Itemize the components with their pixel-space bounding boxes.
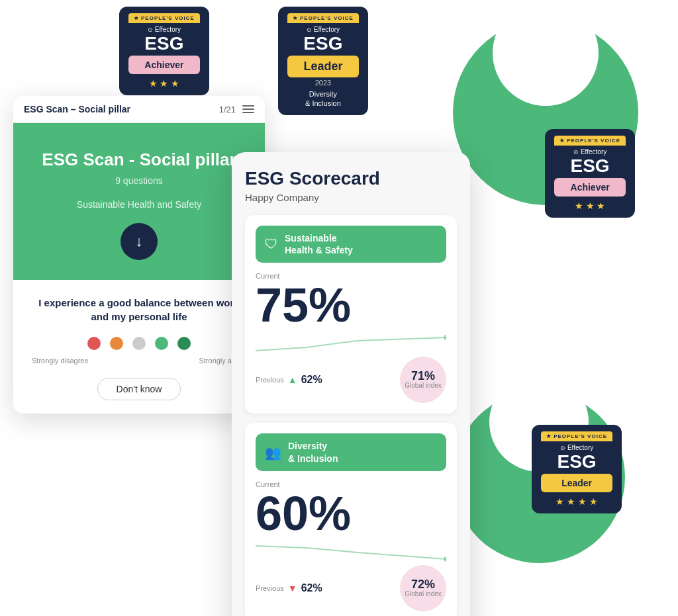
score-section-diversity: 👥 Diversity & Inclusion Current 60% Prev… [245, 423, 457, 616]
badge-achiever-circle-top: ★ PEOPLE'S VOICE ⊙ Effectory ESG Achieve… [545, 129, 635, 218]
esg-label-4: ESG [541, 453, 612, 471]
survey-questions: 9 questions [33, 175, 245, 186]
badge-type-3: Achiever [554, 178, 626, 197]
svg-point-1 [444, 556, 446, 562]
likert-scale [29, 337, 249, 350]
esg-label-2: ESG [287, 34, 359, 53]
global-value-diversity: 72% [411, 578, 435, 590]
badge-type-2: Leader [287, 56, 359, 77]
circle-year-top: 2023 [453, 33, 638, 61]
survey-progress: 1/21 [219, 105, 236, 114]
effectory-logo-2: ⊙ Effectory [287, 26, 359, 33]
global-index-health: 71% Global index [400, 357, 446, 403]
trend-arrow-up-health: ▲ [288, 374, 297, 385]
esg-label-3: ESG [554, 157, 626, 175]
survey-down-button[interactable]: ↓ [121, 223, 158, 260]
survey-question: I experience a good balance between work… [29, 296, 249, 324]
previous-health: Previous ▲ 62% [256, 374, 322, 386]
global-label-diversity: Global index [405, 590, 442, 598]
esg-label-1: ESG [128, 34, 200, 53]
score-section-header-diversity: 👥 Diversity & Inclusion [256, 433, 446, 470]
svg-point-0 [444, 335, 446, 340]
badge-leader-circle-bottom: ★ PEOPLE'S VOICE ⊙ Effectory ESG Leader … [532, 425, 622, 513]
diversity-title: Diversity & Inclusion [288, 440, 338, 464]
effectory-logo-1: ⊙ Effectory [128, 26, 200, 33]
likert-labels: Strongly disagree Strongly agree [29, 357, 249, 365]
effectory-logo-3: ⊙ Effectory [554, 148, 626, 155]
trend-line-health [256, 334, 446, 354]
likert-dot-2[interactable] [110, 337, 123, 350]
trend-arrow-down-diversity: ▼ [288, 583, 297, 594]
hamburger-icon[interactable] [242, 105, 254, 113]
badge-stars-3: ★ ★ ★ [554, 200, 626, 211]
global-label-health: Global index [405, 382, 442, 390]
previous-label-health: Previous [256, 376, 284, 384]
survey-header: ESG Scan – Social pillar 1/21 [13, 96, 265, 123]
likert-dot-4[interactable] [155, 337, 168, 350]
trend-line-diversity [256, 543, 446, 562]
scorecard: ESG Scorecard Happy Company 🛡 Sustainabl… [232, 152, 470, 616]
survey-body-bottom: I experience a good balance between work… [13, 280, 265, 414]
previous-value-health: 62% [301, 374, 322, 386]
badge-stars-1: ★ ★ ★ [128, 78, 200, 89]
badge-leader-top-center: ★ PEOPLE'S VOICE ⊙ Effectory ESG Leader … [278, 7, 368, 115]
previous-diversity: Previous ▼ 62% [256, 582, 322, 594]
survey-main-title: ESG Scan - Social pillar [33, 150, 245, 170]
score-bottom-diversity: Previous ▼ 62% 72% Global index [256, 565, 446, 611]
likert-dot-3[interactable] [132, 337, 146, 350]
badge-stars-4: ★ ★ ★ ★ [541, 496, 612, 507]
global-index-diversity: 72% Global index [400, 565, 446, 611]
current-value-health: 75% [256, 281, 446, 329]
score-bottom-health: Previous ▲ 62% 71% Global index [256, 357, 446, 403]
score-section-header-health: 🛡 Sustainable Health & Safety [256, 226, 446, 263]
likert-dot-5[interactable] [177, 337, 191, 350]
scorecard-title: ESG Scorecard [245, 168, 457, 189]
badge-achiever-top-left: ★ PEOPLE'S VOICE ⊙ Effectory ESG Achieve… [119, 7, 209, 95]
badge-type-1: Achiever [128, 56, 200, 74]
peoples-voice-label-2: ★ PEOPLE'S VOICE [287, 13, 359, 23]
health-safety-title: Sustainable Health & Safety [285, 232, 353, 256]
scorecard-company: Happy Company [245, 192, 457, 203]
scene: 2023 2023 ★ PEOPLE'S VOICE ⊙ Effectory E… [0, 0, 678, 616]
badge-category-2: Diversity& Inclusion [287, 89, 359, 109]
previous-label-diversity: Previous [256, 584, 284, 592]
badge-year-2: 2023 [287, 79, 359, 87]
dont-know-button[interactable]: Don't know [97, 378, 181, 400]
likert-dot-1[interactable] [87, 337, 101, 350]
survey-header-title: ESG Scan – Social pillar [24, 104, 130, 114]
survey-body-top: ESG Scan - Social pillar 9 questions Sus… [13, 123, 265, 280]
previous-value-diversity: 62% [301, 582, 322, 594]
survey-subtitle: Sustainable Health and Safety [33, 199, 245, 210]
survey-card: ESG Scan – Social pillar 1/21 ESG Scan -… [13, 96, 265, 414]
score-section-health: 🛡 Sustainable Health & Safety Current 75… [245, 215, 457, 414]
badge-type-4: Leader [541, 474, 612, 492]
global-value-health: 71% [411, 370, 435, 382]
current-value-diversity: 60% [256, 490, 446, 537]
peoples-voice-label-1: ★ PEOPLE'S VOICE [128, 13, 200, 23]
diversity-icon: 👥 [265, 445, 281, 461]
health-safety-icon: 🛡 [265, 237, 278, 252]
likert-label-left: Strongly disagree [32, 357, 89, 365]
effectory-logo-4: ⊙ Effectory [541, 444, 612, 451]
peoples-voice-label-3: ★ PEOPLE'S VOICE [554, 136, 626, 146]
survey-header-right: 1/21 [219, 105, 254, 114]
peoples-voice-label-4: ★ PEOPLE'S VOICE [541, 431, 612, 441]
